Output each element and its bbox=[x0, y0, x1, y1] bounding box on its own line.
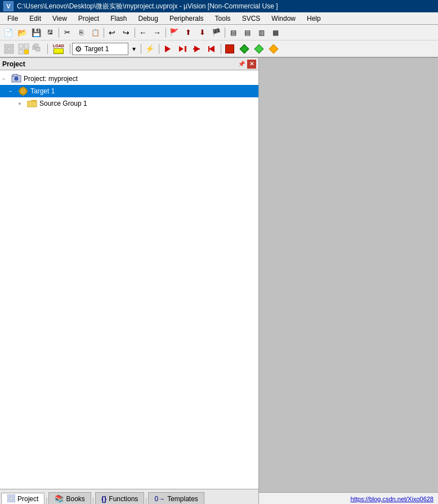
status-bar[interactable]: https://blog.csdn.net/Xixo0628 bbox=[259, 492, 438, 504]
tree-label-source-group-1: Source Group 1 bbox=[39, 100, 87, 107]
project-panel-header: Project 📌 ✕ bbox=[0, 58, 258, 70]
toolbar2-sep-2 bbox=[69, 43, 71, 55]
load-button[interactable]: LOAD bbox=[50, 42, 68, 56]
svg-rect-29 bbox=[7, 494, 11, 498]
tab-templates[interactable]: 0→ Templates bbox=[148, 492, 204, 504]
align-grid-button[interactable]: ▦ bbox=[269, 26, 282, 39]
project-icon bbox=[11, 74, 21, 84]
green-diamond-button[interactable] bbox=[238, 43, 251, 55]
menu-tools[interactable]: Tools bbox=[210, 13, 236, 24]
tab-functions[interactable]: {} Functions bbox=[95, 492, 144, 504]
nav-forward-button[interactable]: → bbox=[150, 26, 164, 39]
menu-window[interactable]: Window bbox=[266, 13, 301, 24]
menu-bar: File Edit View Project Flash Debug Perip… bbox=[0, 12, 438, 25]
svg-rect-28 bbox=[26, 91, 28, 92]
menu-peripherals[interactable]: Peripherals bbox=[164, 13, 209, 24]
tree-toggle-target1[interactable]: − bbox=[9, 88, 18, 94]
bookmark-prev-button[interactable]: ⬆ bbox=[181, 26, 195, 39]
cut-button[interactable]: ✂ bbox=[60, 26, 74, 39]
tree-label-target1: Target 1 bbox=[30, 87, 55, 95]
svg-rect-31 bbox=[7, 499, 11, 502]
toolbar-sep-2 bbox=[102, 26, 105, 39]
title-bar: V C:\Users\Lenovo\Desktop\微嵌实验\myproject… bbox=[0, 0, 438, 12]
svg-rect-4 bbox=[19, 44, 23, 48]
new-file-button[interactable]: 📄 bbox=[1, 26, 15, 39]
svg-rect-20 bbox=[13, 74, 17, 76]
tree-item-source-group-1[interactable]: + Source Group 1 bbox=[0, 97, 258, 110]
tree-item-root[interactable]: − Project: myproject bbox=[0, 73, 258, 85]
bookmark-next-button[interactable]: ⬇ bbox=[195, 26, 209, 39]
svg-rect-3 bbox=[10, 50, 14, 53]
project-panel-title: Project bbox=[2, 60, 25, 68]
toolbar-row-1: 📄 📂 💾 🖫 ✂ ⎘ 📋 ↩ ↪ ← bbox=[0, 25, 438, 40]
align-rows-button[interactable]: ▤ bbox=[240, 26, 254, 39]
menu-view[interactable]: View bbox=[47, 13, 72, 24]
start-debug-button[interactable]: ⚡ bbox=[143, 43, 157, 55]
tab-templates-label: Templates bbox=[167, 495, 198, 503]
nav-back-button[interactable]: ← bbox=[136, 26, 150, 39]
books-tab-icon: 📚 bbox=[55, 494, 64, 503]
target-dropdown[interactable]: ⚙ Target 1 bbox=[72, 43, 128, 55]
tree-item-target1[interactable]: − Target 1 bbox=[0, 85, 258, 97]
redo-button[interactable]: ↪ bbox=[119, 26, 133, 39]
target-icon bbox=[18, 86, 28, 96]
step-out-button[interactable] bbox=[205, 43, 218, 55]
tab-sep-1: | bbox=[44, 497, 48, 504]
toolbar-area: 📄 📂 💾 🖫 ✂ ⎘ 📋 ↩ ↪ ← bbox=[0, 25, 438, 58]
tree-toggle-root[interactable]: − bbox=[2, 76, 11, 82]
toolbar-sep-5 bbox=[224, 26, 226, 39]
panel-close-button[interactable]: ✕ bbox=[247, 60, 256, 69]
build-all-button[interactable] bbox=[2, 43, 16, 55]
copy-button[interactable]: ⎘ bbox=[74, 26, 88, 39]
build-target-button[interactable] bbox=[17, 43, 30, 55]
panel-pin-button[interactable]: 📌 bbox=[237, 60, 246, 69]
status-url[interactable]: https://blog.csdn.net/Xixo0628 bbox=[351, 496, 433, 502]
menu-help[interactable]: Help bbox=[302, 13, 326, 24]
orange-diamond-button[interactable] bbox=[267, 43, 280, 55]
functions-tab-icon: {} bbox=[101, 495, 106, 503]
run-button[interactable] bbox=[161, 43, 175, 55]
tab-functions-label: Functions bbox=[109, 495, 138, 503]
svg-rect-14 bbox=[185, 46, 186, 52]
target-icon: ⚙ bbox=[75, 44, 82, 53]
save-button[interactable]: 💾 bbox=[29, 26, 43, 39]
toolbar-sep-4 bbox=[164, 26, 167, 39]
toolbar2-sep-1 bbox=[46, 43, 48, 55]
save-all-button[interactable]: 🖫 bbox=[43, 26, 57, 39]
undo-button[interactable]: ↩ bbox=[105, 26, 119, 39]
menu-file[interactable]: File bbox=[2, 13, 23, 24]
target-dropdown-arrow[interactable]: ▾ bbox=[129, 43, 138, 55]
batch-build-button[interactable] bbox=[32, 43, 45, 55]
bottom-tabs: Project | 📚 Books | {} Functions | 0→ Te… bbox=[0, 489, 258, 504]
project-panel: Project 📌 ✕ − Project: myproject bbox=[0, 58, 259, 504]
panel-header-controls: 📌 ✕ bbox=[237, 60, 256, 69]
lime-diamond-button[interactable] bbox=[252, 43, 266, 55]
tab-books-label: Books bbox=[66, 495, 84, 503]
step-over-button[interactable] bbox=[176, 43, 189, 55]
main-area: Project 📌 ✕ − Project: myproject bbox=[0, 58, 438, 504]
menu-flash[interactable]: Flash bbox=[105, 13, 132, 24]
menu-svcs[interactable]: SVCS bbox=[237, 13, 266, 24]
svg-rect-26 bbox=[23, 94, 24, 96]
bookmark-toggle-button[interactable]: 🚩 bbox=[167, 26, 181, 39]
toolbar2-sep-4 bbox=[158, 43, 160, 55]
menu-debug[interactable]: Debug bbox=[133, 13, 163, 24]
tab-sep-2: | bbox=[91, 497, 95, 504]
toolbar-row-2: LOAD ⚙ Target 1 ▾ ⚡ bbox=[0, 40, 438, 57]
align-cols-button[interactable]: ▤ bbox=[226, 26, 240, 39]
menu-project[interactable]: Project bbox=[73, 13, 104, 24]
step-into-button[interactable] bbox=[190, 43, 204, 55]
tab-project[interactable]: Project bbox=[1, 493, 44, 504]
tree-toggle-source-group[interactable]: + bbox=[18, 101, 27, 107]
paste-button[interactable]: 📋 bbox=[88, 26, 102, 39]
red-square-button[interactable] bbox=[223, 43, 236, 55]
tab-books[interactable]: 📚 Books bbox=[48, 492, 91, 504]
svg-marker-12 bbox=[165, 46, 171, 52]
tree-label-root: Project: myproject bbox=[24, 75, 78, 83]
menu-edit[interactable]: Edit bbox=[24, 13, 46, 24]
svg-rect-5 bbox=[24, 44, 29, 48]
project-tree: − Project: myproject − bbox=[0, 70, 258, 489]
align-all-button[interactable]: ▥ bbox=[254, 26, 268, 39]
open-file-button[interactable]: 📂 bbox=[15, 26, 29, 39]
bookmark-clear-button[interactable]: 🏴 bbox=[209, 26, 223, 39]
